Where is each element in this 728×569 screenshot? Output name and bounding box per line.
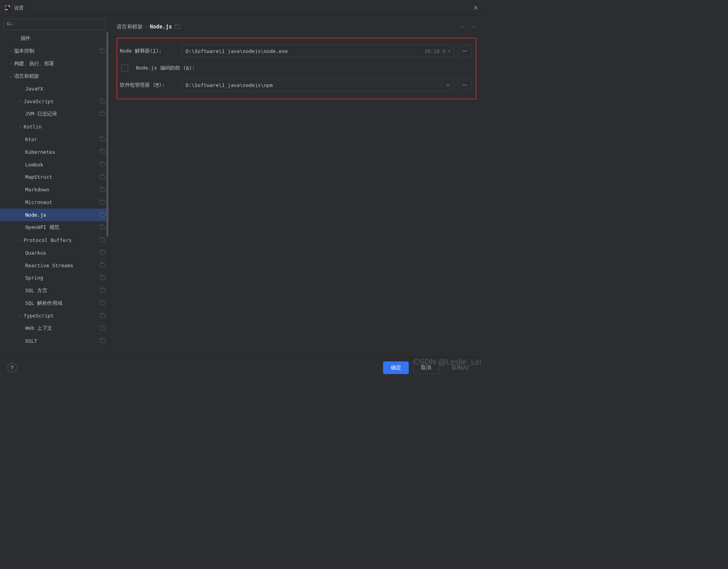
coding-assist-checkbox[interactable] bbox=[121, 64, 128, 71]
chevron-right-icon: › bbox=[8, 49, 14, 53]
sidebar-item[interactable]: ›JavaScript bbox=[0, 95, 109, 108]
package-manager-field[interactable]: D:\Software\1_java\nodejs\npm bbox=[182, 79, 442, 91]
sidebar-item-label: 插件 bbox=[21, 35, 106, 42]
sidebar-item-label: 版本控制 bbox=[14, 47, 100, 54]
project-scope-icon bbox=[100, 301, 105, 305]
close-button[interactable] bbox=[472, 4, 480, 12]
highlighted-form: Node 解释器(I): D:\Software\1_java\nodejs\n… bbox=[117, 38, 476, 99]
sidebar-item-label: Kubernetes bbox=[25, 149, 100, 155]
svg-point-7 bbox=[463, 85, 464, 85]
sidebar-item[interactable]: Ktor bbox=[0, 133, 109, 146]
sidebar-item-label: TypeScript bbox=[24, 313, 100, 319]
sidebar-item-label: SQL 方言 bbox=[25, 287, 100, 294]
search-icon bbox=[7, 22, 11, 27]
sidebar-item[interactable]: ›Kotlin bbox=[0, 120, 109, 133]
chevron-right-icon: › bbox=[17, 238, 24, 242]
sidebar-item-label: Web 上下文 bbox=[25, 325, 100, 332]
sidebar-item[interactable]: MapStruct bbox=[0, 171, 109, 183]
project-scope-icon bbox=[100, 263, 105, 267]
sidebar-item[interactable]: Spring bbox=[0, 272, 109, 284]
ok-button[interactable]: 确定 bbox=[383, 361, 409, 374]
sidebar-item-label: Reactive Streams bbox=[25, 263, 100, 268]
package-manager-value: D:\Software\1_java\nodejs\npm bbox=[186, 82, 438, 88]
help-button[interactable]: ? bbox=[8, 363, 17, 372]
sidebar-item[interactable]: Kubernetes bbox=[0, 146, 109, 158]
project-scope-icon bbox=[100, 49, 105, 53]
project-scope-icon bbox=[100, 314, 105, 318]
sidebar-item[interactable]: ›TypeScript bbox=[0, 310, 109, 322]
scrollbar-thumb[interactable] bbox=[106, 32, 108, 237]
project-scope-icon bbox=[100, 100, 105, 103]
sidebar-item[interactable]: ⌄语言和框架 bbox=[0, 70, 109, 83]
sidebar-item-label: Kotlin bbox=[24, 124, 106, 130]
sidebar-item-label: Node.js bbox=[25, 212, 100, 218]
project-scope-icon bbox=[100, 188, 105, 191]
sidebar-item-label: XSLT bbox=[25, 338, 100, 344]
sidebar-item[interactable]: Lombok bbox=[0, 158, 109, 171]
sidebar-item[interactable]: SQL 方言 bbox=[0, 284, 109, 297]
content-panel: 语言和框架 › Node.js ← → Node 解释器(I): D:\Soft… bbox=[109, 16, 483, 357]
chevron-right-icon: › bbox=[17, 100, 24, 103]
sidebar-item-label: OpenAPI 规范 bbox=[25, 224, 100, 231]
sidebar-item[interactable]: ›Protocol Buffers bbox=[0, 234, 109, 246]
svg-point-4 bbox=[463, 51, 464, 51]
coding-assist-row: Node.js 编码协助 (A): bbox=[120, 64, 471, 71]
sidebar-item[interactable]: Quarkus bbox=[0, 246, 109, 259]
sidebar-item-label: 语言和框架 bbox=[14, 73, 106, 79]
sidebar-item[interactable]: Node.js bbox=[0, 208, 109, 221]
interpreter-value: D:\Software\1_java\nodejs\node.exe bbox=[186, 48, 425, 54]
breadcrumb-leaf: Node.js bbox=[150, 24, 172, 30]
search-input[interactable]: ▾ bbox=[4, 19, 105, 30]
project-scope-icon bbox=[100, 137, 105, 141]
sidebar-item[interactable]: JVM 日志记录 bbox=[0, 108, 109, 120]
cancel-button[interactable]: 取消 bbox=[413, 361, 439, 374]
sidebar-item[interactable]: SQL 解析作用域 bbox=[0, 297, 109, 310]
project-scope-icon bbox=[100, 226, 105, 229]
sidebar-item-label: Lombok bbox=[25, 162, 100, 168]
sidebar-item[interactable]: OpenAPI 规范 bbox=[0, 221, 109, 234]
chevron-right-icon: › bbox=[8, 62, 14, 65]
interpreter-version: 20.18.0 bbox=[424, 48, 445, 54]
project-scope-icon bbox=[100, 200, 105, 204]
project-scope-icon bbox=[100, 276, 105, 280]
package-manager-row: 软件包管理器 (M): D:\Software\1_java\nodejs\np… bbox=[120, 79, 471, 91]
sidebar-item[interactable]: Micronaut bbox=[0, 196, 109, 209]
nav-forward-button[interactable]: → bbox=[470, 23, 476, 30]
project-scope-icon bbox=[100, 175, 105, 179]
sidebar-item[interactable]: Markdown bbox=[0, 183, 109, 196]
sidebar-item-label: Spring bbox=[25, 275, 100, 281]
sidebar: ▾ 插件›版本控制›构建、执行、部署⌄语言和框架JavaFX›JavaScrip… bbox=[0, 16, 109, 357]
sidebar-item[interactable]: ›版本控制 bbox=[0, 45, 109, 57]
sidebar-item[interactable]: ›构建、执行、部署 bbox=[0, 57, 109, 70]
project-scope-icon bbox=[100, 213, 105, 217]
project-scope-icon bbox=[100, 238, 105, 242]
apply-button: 应用(A) bbox=[443, 361, 476, 374]
dialog-footer: ? 确定 取消 应用(A) bbox=[0, 357, 484, 378]
nav-back-button[interactable]: ← bbox=[460, 23, 466, 30]
project-scope-icon bbox=[100, 327, 105, 330]
sidebar-item[interactable]: 插件 bbox=[0, 32, 109, 45]
package-manager-browse-button[interactable] bbox=[458, 79, 471, 91]
sidebar-item-label: Quarkus bbox=[25, 250, 100, 256]
sidebar-item[interactable]: Reactive Streams bbox=[0, 259, 109, 272]
svg-point-9 bbox=[466, 85, 467, 85]
chevron-down-icon: ▽ bbox=[448, 49, 450, 53]
breadcrumb-root[interactable]: 语言和框架 bbox=[117, 23, 143, 30]
sidebar-item[interactable]: XSLT bbox=[0, 335, 109, 347]
main-area: ▾ 插件›版本控制›构建、执行、部署⌄语言和框架JavaFX›JavaScrip… bbox=[0, 16, 484, 357]
svg-point-8 bbox=[464, 85, 465, 85]
project-scope-icon bbox=[100, 251, 105, 254]
search-caret-icon: ▾ bbox=[11, 23, 13, 26]
interpreter-dropdown[interactable]: D:\Software\1_java\nodejs\node.exe 20.18… bbox=[182, 45, 455, 57]
project-scope-icon bbox=[100, 163, 105, 166]
svg-rect-1 bbox=[6, 9, 8, 9]
app-logo bbox=[4, 4, 11, 11]
sidebar-item[interactable]: Web 上下文 bbox=[0, 322, 109, 335]
settings-tree[interactable]: 插件›版本控制›构建、执行、部署⌄语言和框架JavaFX›JavaScriptJ… bbox=[0, 32, 109, 357]
package-manager-dropdown-button[interactable]: ▽ bbox=[441, 79, 454, 91]
project-scope-icon bbox=[100, 289, 105, 292]
sidebar-item-label: Markdown bbox=[25, 187, 100, 193]
sidebar-item-label: JavaFX bbox=[25, 86, 106, 92]
sidebar-item[interactable]: JavaFX bbox=[0, 83, 109, 95]
interpreter-browse-button[interactable] bbox=[458, 45, 471, 57]
